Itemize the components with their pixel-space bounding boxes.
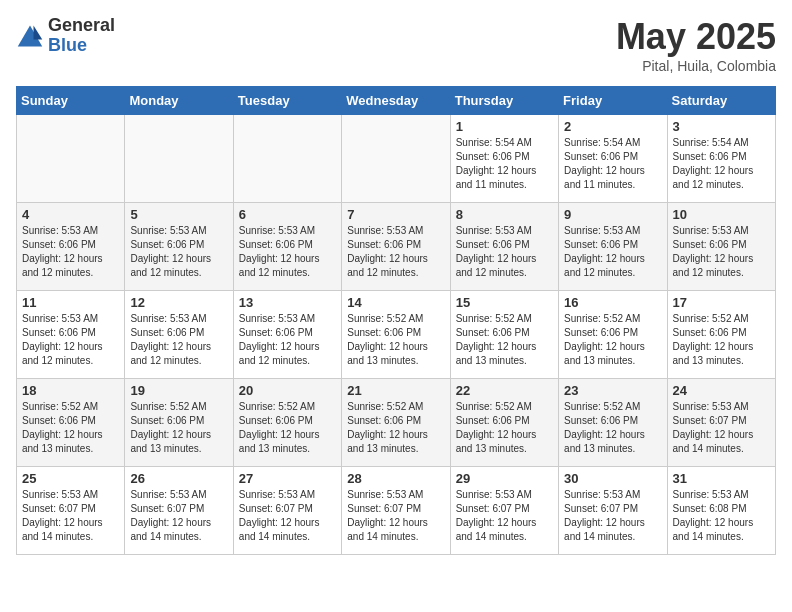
cell-info: Sunrise: 5:52 AM Sunset: 6:06 PM Dayligh… — [130, 400, 227, 456]
calendar-cell: 4Sunrise: 5:53 AM Sunset: 6:06 PM Daylig… — [17, 203, 125, 291]
cell-info: Sunrise: 5:52 AM Sunset: 6:06 PM Dayligh… — [22, 400, 119, 456]
cell-info: Sunrise: 5:52 AM Sunset: 6:06 PM Dayligh… — [673, 312, 770, 368]
cell-info: Sunrise: 5:53 AM Sunset: 6:06 PM Dayligh… — [673, 224, 770, 280]
calendar-cell: 25Sunrise: 5:53 AM Sunset: 6:07 PM Dayli… — [17, 467, 125, 555]
day-number: 8 — [456, 207, 553, 222]
day-number: 30 — [564, 471, 661, 486]
day-number: 2 — [564, 119, 661, 134]
calendar-cell: 13Sunrise: 5:53 AM Sunset: 6:06 PM Dayli… — [233, 291, 341, 379]
cell-info: Sunrise: 5:53 AM Sunset: 6:06 PM Dayligh… — [130, 224, 227, 280]
weekday-header-sunday: Sunday — [17, 87, 125, 115]
calendar-cell: 29Sunrise: 5:53 AM Sunset: 6:07 PM Dayli… — [450, 467, 558, 555]
day-number: 10 — [673, 207, 770, 222]
calendar-cell: 20Sunrise: 5:52 AM Sunset: 6:06 PM Dayli… — [233, 379, 341, 467]
calendar-cell: 2Sunrise: 5:54 AM Sunset: 6:06 PM Daylig… — [559, 115, 667, 203]
cell-info: Sunrise: 5:53 AM Sunset: 6:06 PM Dayligh… — [564, 224, 661, 280]
calendar-cell: 17Sunrise: 5:52 AM Sunset: 6:06 PM Dayli… — [667, 291, 775, 379]
day-number: 18 — [22, 383, 119, 398]
calendar-cell — [125, 115, 233, 203]
cell-info: Sunrise: 5:54 AM Sunset: 6:06 PM Dayligh… — [564, 136, 661, 192]
calendar-cell: 6Sunrise: 5:53 AM Sunset: 6:06 PM Daylig… — [233, 203, 341, 291]
cell-info: Sunrise: 5:53 AM Sunset: 6:06 PM Dayligh… — [239, 312, 336, 368]
day-number: 31 — [673, 471, 770, 486]
calendar-week-row: 4Sunrise: 5:53 AM Sunset: 6:06 PM Daylig… — [17, 203, 776, 291]
title-block: May 2025 Pital, Huila, Colombia — [616, 16, 776, 74]
cell-info: Sunrise: 5:54 AM Sunset: 6:06 PM Dayligh… — [673, 136, 770, 192]
logo-icon — [16, 22, 44, 50]
day-number: 27 — [239, 471, 336, 486]
cell-info: Sunrise: 5:52 AM Sunset: 6:06 PM Dayligh… — [564, 312, 661, 368]
calendar-cell — [17, 115, 125, 203]
cell-info: Sunrise: 5:52 AM Sunset: 6:06 PM Dayligh… — [347, 400, 444, 456]
day-number: 26 — [130, 471, 227, 486]
calendar-week-row: 11Sunrise: 5:53 AM Sunset: 6:06 PM Dayli… — [17, 291, 776, 379]
calendar-cell: 10Sunrise: 5:53 AM Sunset: 6:06 PM Dayli… — [667, 203, 775, 291]
calendar-cell: 26Sunrise: 5:53 AM Sunset: 6:07 PM Dayli… — [125, 467, 233, 555]
cell-info: Sunrise: 5:53 AM Sunset: 6:06 PM Dayligh… — [347, 224, 444, 280]
logo-general-text: General — [48, 16, 115, 36]
day-number: 9 — [564, 207, 661, 222]
calendar-cell: 9Sunrise: 5:53 AM Sunset: 6:06 PM Daylig… — [559, 203, 667, 291]
calendar-cell: 1Sunrise: 5:54 AM Sunset: 6:06 PM Daylig… — [450, 115, 558, 203]
svg-marker-1 — [34, 25, 43, 39]
cell-info: Sunrise: 5:53 AM Sunset: 6:07 PM Dayligh… — [130, 488, 227, 544]
cell-info: Sunrise: 5:52 AM Sunset: 6:06 PM Dayligh… — [239, 400, 336, 456]
calendar-cell: 21Sunrise: 5:52 AM Sunset: 6:06 PM Dayli… — [342, 379, 450, 467]
cell-info: Sunrise: 5:53 AM Sunset: 6:06 PM Dayligh… — [130, 312, 227, 368]
day-number: 20 — [239, 383, 336, 398]
calendar-cell: 7Sunrise: 5:53 AM Sunset: 6:06 PM Daylig… — [342, 203, 450, 291]
cell-info: Sunrise: 5:54 AM Sunset: 6:06 PM Dayligh… — [456, 136, 553, 192]
calendar-cell: 8Sunrise: 5:53 AM Sunset: 6:06 PM Daylig… — [450, 203, 558, 291]
cell-info: Sunrise: 5:53 AM Sunset: 6:07 PM Dayligh… — [347, 488, 444, 544]
day-number: 1 — [456, 119, 553, 134]
weekday-header-monday: Monday — [125, 87, 233, 115]
cell-info: Sunrise: 5:53 AM Sunset: 6:07 PM Dayligh… — [22, 488, 119, 544]
day-number: 23 — [564, 383, 661, 398]
day-number: 17 — [673, 295, 770, 310]
calendar-cell — [342, 115, 450, 203]
calendar-cell: 14Sunrise: 5:52 AM Sunset: 6:06 PM Dayli… — [342, 291, 450, 379]
cell-info: Sunrise: 5:52 AM Sunset: 6:06 PM Dayligh… — [564, 400, 661, 456]
page-header: General Blue May 2025 Pital, Huila, Colo… — [16, 16, 776, 74]
day-number: 7 — [347, 207, 444, 222]
calendar-cell: 23Sunrise: 5:52 AM Sunset: 6:06 PM Dayli… — [559, 379, 667, 467]
cell-info: Sunrise: 5:53 AM Sunset: 6:06 PM Dayligh… — [456, 224, 553, 280]
calendar-cell: 22Sunrise: 5:52 AM Sunset: 6:06 PM Dayli… — [450, 379, 558, 467]
day-number: 14 — [347, 295, 444, 310]
calendar-cell: 31Sunrise: 5:53 AM Sunset: 6:08 PM Dayli… — [667, 467, 775, 555]
logo-blue-text: Blue — [48, 36, 115, 56]
logo-text: General Blue — [48, 16, 115, 56]
day-number: 21 — [347, 383, 444, 398]
day-number: 11 — [22, 295, 119, 310]
calendar-cell: 15Sunrise: 5:52 AM Sunset: 6:06 PM Dayli… — [450, 291, 558, 379]
calendar-table: SundayMondayTuesdayWednesdayThursdayFrid… — [16, 86, 776, 555]
day-number: 5 — [130, 207, 227, 222]
location-subtitle: Pital, Huila, Colombia — [616, 58, 776, 74]
cell-info: Sunrise: 5:53 AM Sunset: 6:06 PM Dayligh… — [22, 312, 119, 368]
weekday-header-wednesday: Wednesday — [342, 87, 450, 115]
day-number: 13 — [239, 295, 336, 310]
cell-info: Sunrise: 5:53 AM Sunset: 6:07 PM Dayligh… — [239, 488, 336, 544]
day-number: 28 — [347, 471, 444, 486]
weekday-header-row: SundayMondayTuesdayWednesdayThursdayFrid… — [17, 87, 776, 115]
calendar-cell: 18Sunrise: 5:52 AM Sunset: 6:06 PM Dayli… — [17, 379, 125, 467]
day-number: 16 — [564, 295, 661, 310]
day-number: 6 — [239, 207, 336, 222]
calendar-cell: 24Sunrise: 5:53 AM Sunset: 6:07 PM Dayli… — [667, 379, 775, 467]
day-number: 19 — [130, 383, 227, 398]
calendar-cell: 5Sunrise: 5:53 AM Sunset: 6:06 PM Daylig… — [125, 203, 233, 291]
day-number: 22 — [456, 383, 553, 398]
calendar-week-row: 18Sunrise: 5:52 AM Sunset: 6:06 PM Dayli… — [17, 379, 776, 467]
weekday-header-saturday: Saturday — [667, 87, 775, 115]
month-title: May 2025 — [616, 16, 776, 58]
day-number: 24 — [673, 383, 770, 398]
calendar-week-row: 1Sunrise: 5:54 AM Sunset: 6:06 PM Daylig… — [17, 115, 776, 203]
calendar-cell: 30Sunrise: 5:53 AM Sunset: 6:07 PM Dayli… — [559, 467, 667, 555]
day-number: 29 — [456, 471, 553, 486]
cell-info: Sunrise: 5:53 AM Sunset: 6:08 PM Dayligh… — [673, 488, 770, 544]
cell-info: Sunrise: 5:53 AM Sunset: 6:06 PM Dayligh… — [239, 224, 336, 280]
day-number: 25 — [22, 471, 119, 486]
cell-info: Sunrise: 5:53 AM Sunset: 6:07 PM Dayligh… — [673, 400, 770, 456]
calendar-cell: 3Sunrise: 5:54 AM Sunset: 6:06 PM Daylig… — [667, 115, 775, 203]
cell-info: Sunrise: 5:53 AM Sunset: 6:07 PM Dayligh… — [564, 488, 661, 544]
